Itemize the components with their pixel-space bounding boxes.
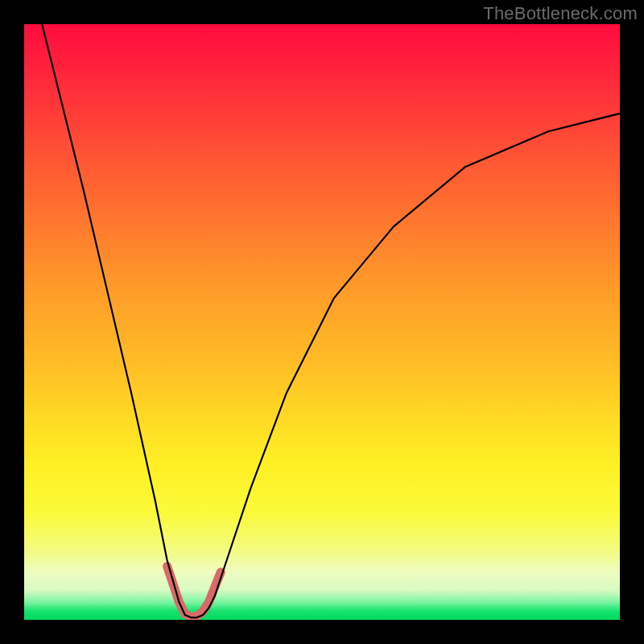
chart-frame: TheBottleneck.com <box>0 0 644 644</box>
watermark-text: TheBottleneck.com <box>483 3 638 24</box>
curve-svg <box>24 24 620 620</box>
plot-area <box>24 24 620 620</box>
bottleneck-curve-line <box>42 24 620 617</box>
